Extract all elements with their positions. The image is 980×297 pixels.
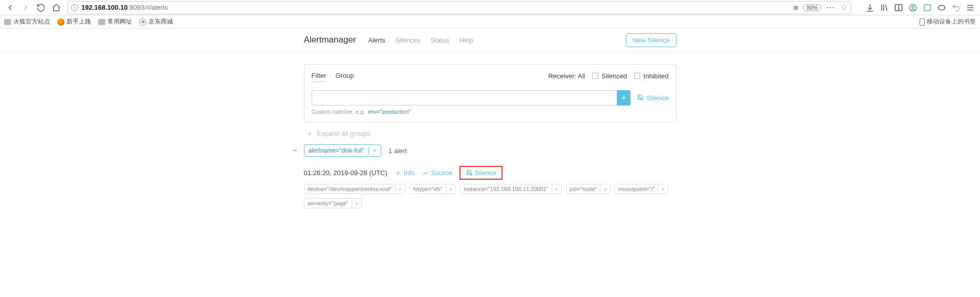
mobile-bookmarks[interactable]: 移动设备上的书签 xyxy=(920,17,976,26)
labels-row: device="/dev/mapper/centos-root"+ fstype… xyxy=(304,184,677,208)
download-icon[interactable] xyxy=(865,3,875,12)
silenced-checkbox[interactable]: Silenced xyxy=(592,72,627,80)
extension-icon-2[interactable] xyxy=(937,3,946,12)
bookmark-label: 京东商城 xyxy=(148,17,173,26)
expand-all-label: Expand all groups xyxy=(317,130,371,137)
alert-silence-link[interactable]: Silence xyxy=(460,166,503,180)
label-add-icon[interactable]: + xyxy=(395,184,405,194)
add-matcher-button[interactable]: + xyxy=(617,90,630,105)
alert-label[interactable]: device="/dev/mapper/centos-root"+ xyxy=(304,184,406,194)
checkbox-icon xyxy=(592,73,598,79)
filter-tabs: Filter Group xyxy=(312,70,354,82)
alert-label[interactable]: instance="192.168.100.11:20001"+ xyxy=(460,184,562,194)
svg-point-2 xyxy=(912,6,914,8)
zoom-badge[interactable]: 80% xyxy=(803,4,821,11)
inhibited-checkbox[interactable]: Inhibited xyxy=(634,72,668,80)
address-bar[interactable]: i 192.168.100.10 :9093/#/alerts ▦ 80% ··… xyxy=(68,1,851,14)
label-text: device="/dev/mapper/centos-root" xyxy=(304,184,395,194)
bookmark-item[interactable]: 火狐官方站点 xyxy=(4,17,50,26)
home-button[interactable] xyxy=(49,1,63,14)
alert-count: 1 alert xyxy=(388,147,407,155)
label-add-icon[interactable]: + xyxy=(446,184,455,194)
group-matcher-add[interactable]: + xyxy=(368,147,377,154)
alert-row: 01:26:20, 2019-09-28 (UTC) Info Source S… xyxy=(304,168,677,178)
alert-source-label: Source xyxy=(431,169,452,177)
filter-panel: Filter Group Receiver: All Silenced Inhi… xyxy=(304,64,677,122)
new-silence-button[interactable]: New Silence xyxy=(626,33,676,47)
reload-button[interactable] xyxy=(34,1,48,14)
alert-label[interactable]: serverity="page"+ xyxy=(304,198,362,208)
extension-icon-1[interactable] xyxy=(923,3,932,12)
tab-filter[interactable]: Filter xyxy=(312,70,326,82)
site-info-icon[interactable]: i xyxy=(71,4,78,11)
group-matcher-text: alertname="disk-full" xyxy=(309,147,365,154)
alert-label[interactable]: fstype="xfs"+ xyxy=(409,184,456,194)
alert-group-row: − alertname="disk-full" + 1 alert xyxy=(304,144,677,157)
nav-alerts[interactable]: Alerts xyxy=(368,36,385,44)
label-text: job="node" xyxy=(567,184,600,194)
bookmark-item[interactable]: ⊕京东商城 xyxy=(139,17,173,26)
alert-timestamp: 01:26:20, 2019-09-28 (UTC) xyxy=(304,169,387,177)
url-host: 192.168.100.10 xyxy=(81,4,127,11)
qr-icon[interactable]: ▦ xyxy=(793,4,798,11)
label-text: serverity="page" xyxy=(304,199,352,208)
filter-input-row: + Silence xyxy=(312,90,669,105)
main-container: Filter Group Receiver: All Silenced Inhi… xyxy=(304,64,677,208)
mobile-icon xyxy=(920,18,925,26)
bookmark-item[interactable]: 常用网址 xyxy=(98,17,132,26)
nav-help[interactable]: Help xyxy=(460,36,473,44)
bookmark-star-icon[interactable]: ☆ xyxy=(840,3,847,12)
nav-silences[interactable]: Silences xyxy=(395,36,420,44)
hint-prefix: Custom matcher, e.g. xyxy=(312,109,365,115)
alert-info-link[interactable]: Info xyxy=(395,169,415,177)
alert-source-link[interactable]: Source xyxy=(422,169,452,177)
folder-icon xyxy=(98,19,105,25)
bookmark-item[interactable]: 新手上路 xyxy=(57,17,91,26)
group-matcher-pill[interactable]: alertname="disk-full" + xyxy=(304,144,382,157)
svg-point-4 xyxy=(938,5,945,10)
collapse-group-icon[interactable]: − xyxy=(293,146,297,155)
folder-icon xyxy=(4,19,11,25)
app-header: Alertmanager Alerts Silences Status Help… xyxy=(0,29,980,52)
hint-example[interactable]: env="production" xyxy=(368,109,410,115)
label-add-icon[interactable]: + xyxy=(552,184,561,194)
alert-label[interactable]: job="node"+ xyxy=(566,184,611,194)
matcher-input[interactable] xyxy=(312,90,617,105)
jd-icon: ⊕ xyxy=(139,18,146,26)
library-icon[interactable] xyxy=(880,3,889,12)
back-button[interactable] xyxy=(3,1,17,14)
matcher-hint: Custom matcher, e.g. env="production" xyxy=(312,109,669,115)
receiver-label[interactable]: Receiver: All xyxy=(548,72,585,80)
alert-silence-label: Silence xyxy=(475,169,497,177)
sidebar-toggle-icon[interactable] xyxy=(894,3,903,12)
toolbar-right xyxy=(855,3,977,12)
plus-icon xyxy=(395,169,402,177)
label-add-icon[interactable]: + xyxy=(658,184,668,194)
page: Alertmanager Alerts Silences Status Help… xyxy=(0,29,980,208)
tab-group[interactable]: Group xyxy=(335,70,354,82)
browser-toolbar: i 192.168.100.10 :9093/#/alerts ▦ 80% ··… xyxy=(0,0,980,15)
expand-all-groups[interactable]: Expand all groups xyxy=(306,130,674,137)
forward-button[interactable] xyxy=(18,1,33,14)
silence-link[interactable]: Silence xyxy=(637,90,669,105)
bell-off-icon xyxy=(637,94,644,101)
bell-off-icon xyxy=(466,169,473,177)
top-nav: Alerts Silences Status Help xyxy=(368,36,482,44)
undo-typing-icon[interactable] xyxy=(951,3,961,12)
alert-label[interactable]: mountpoint="/"+ xyxy=(615,184,668,194)
hamburger-menu-icon[interactable] xyxy=(966,3,975,12)
bookmark-bar: 火狐官方站点 新手上路 常用网址 ⊕京东商城 移动设备上的书签 xyxy=(0,15,980,29)
label-text: fstype="xfs" xyxy=(410,184,446,194)
page-actions-icon[interactable]: ··· xyxy=(826,4,835,11)
plus-icon xyxy=(306,130,313,137)
label-add-icon[interactable]: + xyxy=(352,199,361,208)
chart-icon xyxy=(422,169,429,177)
mobile-bookmarks-label: 移动设备上的书签 xyxy=(927,17,976,26)
account-icon[interactable] xyxy=(908,3,918,12)
firefox-icon xyxy=(57,18,64,26)
nav-status[interactable]: Status xyxy=(430,36,449,44)
filter-panel-head: Filter Group Receiver: All Silenced Inhi… xyxy=(304,65,676,87)
inhibited-label: Inhibited xyxy=(643,72,668,80)
label-add-icon[interactable]: + xyxy=(600,184,609,194)
bookmark-label: 常用网址 xyxy=(107,17,132,26)
